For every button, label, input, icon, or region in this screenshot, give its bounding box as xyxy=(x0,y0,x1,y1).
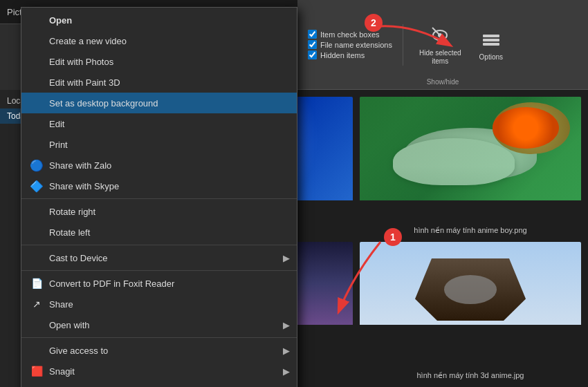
menu-item-add-archive[interactable]: 🗜 Add to archive... xyxy=(21,381,297,387)
menu-item-edit-paint3d[interactable]: Edit with Paint 3D xyxy=(21,72,297,93)
menu-item-edit[interactable]: Edit xyxy=(21,113,297,134)
menu-label-cast-device: Cast to Device xyxy=(49,253,288,263)
step-badge-2-number: 2 xyxy=(371,17,376,28)
ribbon-area: Item check boxes File name extensions Hi… xyxy=(297,0,588,90)
separator-4 xyxy=(21,337,297,338)
image-thumb-anime-boy xyxy=(360,97,581,223)
menu-label-create-video: Create a new video xyxy=(49,36,288,46)
item-check-boxes-checkbox[interactable] xyxy=(308,30,317,39)
menu-label-share: Share xyxy=(49,299,288,310)
menu-item-rotate-left[interactable]: Rotate left xyxy=(21,222,297,243)
show-hide-section-label: Show/hide xyxy=(427,78,459,86)
menu-label-rotate-left: Rotate left xyxy=(49,227,288,238)
menu-item-share-skype[interactable]: 🔷 Share with Skype xyxy=(21,176,297,196)
edit-photos-icon xyxy=(30,55,44,68)
menu-label-convert-pdf: Convert to PDF in Foxit Reader xyxy=(49,279,288,289)
cast-icon xyxy=(30,251,44,265)
share-icon: ↗ xyxy=(30,297,44,311)
checkbox-item-checkboxes[interactable]: Item check boxes xyxy=(308,30,392,39)
rotate-left-icon xyxy=(30,225,44,239)
menu-item-create-video[interactable]: Create a new video xyxy=(21,30,297,51)
hidden-items-checkbox[interactable] xyxy=(308,50,317,59)
give-access-submenu-arrow: ▶ xyxy=(283,346,290,356)
snagit-submenu-arrow: ▶ xyxy=(283,366,290,377)
menu-item-open-with[interactable]: Open with ▶ xyxy=(21,314,297,335)
file-name-extensions-checkbox[interactable] xyxy=(308,40,317,49)
separator-2 xyxy=(21,245,297,245)
checkbox-item-extensions[interactable]: File name extensions xyxy=(308,40,392,49)
separator-1 xyxy=(21,198,297,199)
open-icon xyxy=(30,13,44,27)
hide-selected-label: Hide selecteditems xyxy=(419,49,461,66)
image-name-anime-boy: hình nền máy tính anime boy.png xyxy=(414,226,526,235)
edit-paint3d-icon xyxy=(30,75,44,89)
step-badge-1-number: 1 xyxy=(390,232,396,243)
menu-label-rotate-right: Rotate right xyxy=(49,207,288,217)
zalo-icon: 🔵 xyxy=(30,158,44,172)
skype-icon: 🔷 xyxy=(30,179,44,193)
separator-3 xyxy=(21,270,297,271)
open-with-submenu-arrow: ▶ xyxy=(283,320,290,330)
menu-item-give-access[interactable]: Give access to ▶ xyxy=(21,340,297,361)
menu-item-open[interactable]: Open xyxy=(21,10,297,30)
menu-label-give-access: Give access to xyxy=(49,346,288,356)
menu-label-open: Open xyxy=(49,15,288,26)
menu-label-share-zalo: Share with Zalo xyxy=(49,160,288,171)
hidden-items-label: Hidden items xyxy=(320,51,365,59)
checkbox-item-hidden[interactable]: Hidden items xyxy=(308,50,392,59)
snagit-icon: 🟥 xyxy=(30,364,44,378)
options-label: Options xyxy=(479,53,503,61)
menu-item-share[interactable]: ↗ Share xyxy=(21,294,297,314)
ribbon-checkboxes: Item check boxes File name extensions Hi… xyxy=(308,30,392,59)
options-icon xyxy=(480,29,502,51)
menu-label-snagit: Snagit xyxy=(49,366,288,377)
menu-item-convert-pdf[interactable]: 📄 Convert to PDF in Foxit Reader xyxy=(21,273,297,294)
menu-label-edit: Edit xyxy=(49,119,288,129)
rotate-right-icon xyxy=(30,205,44,218)
file-name-extensions-label: File name extensions xyxy=(320,41,392,49)
edit-icon xyxy=(30,117,44,131)
step-badge-2: 2 xyxy=(365,14,383,32)
menu-label-edit-paint3d: Edit with Paint 3D xyxy=(49,77,288,88)
options-button[interactable]: Options xyxy=(474,26,508,64)
image-name-anime-3d: hình nền máy tính 3d anime.jpg xyxy=(417,371,524,380)
menu-label-set-desktop: Set as desktop background xyxy=(49,98,288,108)
svg-rect-5 xyxy=(483,43,499,46)
open-with-icon xyxy=(30,318,44,332)
menu-item-cast-device[interactable]: Cast to Device ▶ xyxy=(21,247,297,268)
step-badge-1: 1 xyxy=(384,228,402,246)
print-icon xyxy=(30,138,44,151)
ribbon-divider xyxy=(403,24,403,66)
image-cell-anime-3d[interactable]: hình nền máy tính 3d anime.jpg xyxy=(360,242,581,380)
menu-label-print: Print xyxy=(49,140,288,150)
set-desktop-icon xyxy=(30,96,44,110)
svg-rect-4 xyxy=(483,39,499,41)
menu-item-rotate-right[interactable]: Rotate right xyxy=(21,201,297,222)
pdf-icon: 📄 xyxy=(30,276,44,290)
menu-item-set-desktop[interactable]: Set as desktop background xyxy=(21,93,297,113)
create-video-icon xyxy=(30,34,44,48)
menu-label-edit-photos: Edit with Photos xyxy=(49,57,288,67)
cast-submenu-arrow: ▶ xyxy=(283,253,290,263)
hide-selected-button[interactable]: Hide selecteditems xyxy=(414,21,467,69)
menu-item-edit-photos[interactable]: Edit with Photos xyxy=(21,51,297,72)
menu-label-open-with: Open with xyxy=(49,320,288,330)
svg-rect-3 xyxy=(483,35,499,37)
menu-item-share-zalo[interactable]: 🔵 Share with Zalo xyxy=(21,155,297,176)
give-access-icon xyxy=(30,343,44,357)
menu-item-snagit[interactable]: 🟥 Snagit ▶ xyxy=(21,361,297,381)
menu-label-share-skype: Share with Skype xyxy=(49,181,288,191)
image-thumb-anime-3d xyxy=(360,242,581,368)
hide-selected-icon xyxy=(429,24,451,46)
image-cell-anime-boy[interactable]: hình nền máy tính anime boy.png xyxy=(360,97,581,235)
menu-item-print[interactable]: Print xyxy=(21,134,297,155)
context-menu: Open Create a new video Edit with Photos… xyxy=(21,7,297,387)
